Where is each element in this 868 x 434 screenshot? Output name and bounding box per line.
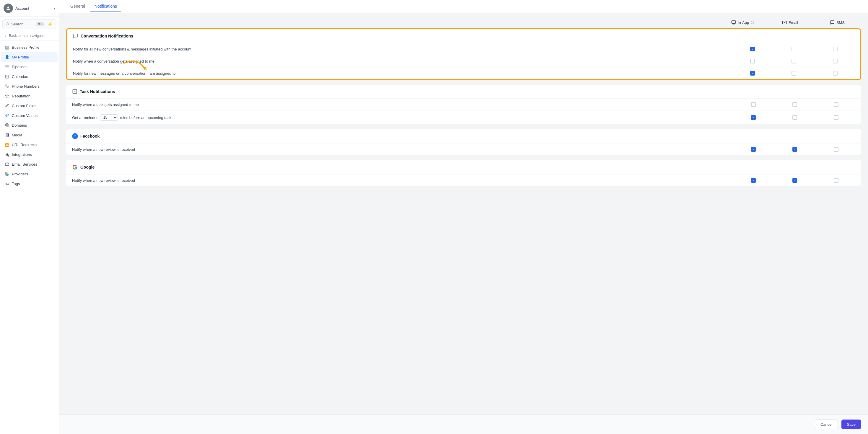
checkbox-convo-3-sms[interactable] [833,71,838,75]
sidebar-item-pipelines[interactable]: Pipelines [1,62,58,71]
checkbox-cell-sms [824,59,847,63]
checkbox-fb-in-app[interactable] [751,147,756,152]
sidebar-item-label: Media [12,133,22,137]
business-profile-icon: 🏢 [5,45,9,50]
sidebar-item-my-profile[interactable]: 👤 My Profile [1,52,58,62]
search-shortcut: ⌘K [36,22,44,26]
media-icon: 🖼 [5,132,9,137]
main-content: General Notifications In-App [59,0,868,434]
sidebar-item-custom-fields[interactable]: Custom Fields [1,101,58,111]
content-area: In-App Email SMS Conversation Notificati… [59,13,868,414]
search-bar[interactable]: Search ⌘K ⚡ [2,19,56,29]
task-icon [72,89,78,94]
notification-label: Notify when a conversation gets assigned… [73,59,741,63]
notification-row: Notify for new messages on a conversatio… [67,67,860,79]
col-header-email-label: Email [788,20,798,25]
google-notifications-section: Google Notify when a new review is recei… [66,160,861,186]
domains-icon [5,123,9,128]
sidebar-item-label: Business Profile [12,45,39,50]
notification-row: Notify when a task gets assigned to me [66,99,861,111]
checkbox-cell-email [783,115,807,120]
checkbox-reminder-email[interactable] [793,115,797,120]
sidebar-item-phone-numbers[interactable]: Phone Numbers [1,82,58,91]
sidebar-item-reputation[interactable]: Reputation [1,91,58,101]
sidebar-item-label: Pipelines [12,65,28,69]
checkbox-fb-email[interactable] [793,147,797,152]
tab-general[interactable]: General [66,1,89,12]
sidebar-item-calendars[interactable]: Calendars [1,72,58,81]
checkbox-convo-3-email[interactable] [792,71,796,75]
checkbox-convo-2-sms[interactable] [833,59,838,63]
checkbox-group [742,147,848,152]
notification-label: Notify when a new review is received [72,147,742,152]
checkbox-convo-3-in-app[interactable] [750,71,755,75]
checkbox-cell-in-app [741,46,764,51]
svg-rect-6 [732,21,735,23]
sidebar-item-label: Providers [12,172,28,176]
sidebar-item-domains[interactable]: Domains [1,120,58,130]
checkbox-convo-1-email[interactable] [792,46,796,51]
sidebar-item-label: Tags [12,182,20,186]
checkbox-task-1-in-app[interactable] [751,102,756,107]
sidebar-item-email-services[interactable]: Email Services [1,159,58,169]
sidebar-item-label: Custom Values [12,113,37,118]
checkbox-cell-email [783,147,807,152]
checkbox-task-1-sms[interactable] [834,102,838,107]
checkbox-cell-in-app [741,71,764,75]
search-label: Search [11,22,23,26]
sidebar-item-providers[interactable]: 🏪 Providers [1,169,58,179]
checkbox-google-sms[interactable] [834,178,838,183]
checkbox-cell-email [782,59,806,63]
sidebar-item-tags[interactable]: 🏷 Tags [1,179,58,188]
sidebar-item-url-redirects[interactable]: 🔀 URL Redirects [1,140,58,149]
custom-fields-icon [5,103,9,108]
facebook-section-header: f Facebook [66,129,861,144]
notification-row: Notify for all new conversations & messa… [67,43,860,55]
checkbox-fb-sms[interactable] [834,147,838,152]
checkbox-group [742,102,848,107]
save-button[interactable]: Save [841,420,861,429]
sidebar-top: Account ▾ [0,0,59,17]
col-header-in-app-label: In-App [738,20,749,25]
checkbox-group [742,178,848,183]
cancel-button[interactable]: Cancel [815,420,838,429]
facebook-icon: f [72,133,78,139]
conversation-icon [73,33,78,39]
tab-notifications[interactable]: Notifications [90,1,121,12]
notification-row: Notify when a conversation gets assigned… [67,55,860,67]
conversation-section-header: Conversation Notifications [67,29,860,43]
checkbox-convo-2-email[interactable] [792,59,796,63]
checkbox-convo-2-in-app[interactable] [750,59,755,63]
sidebar-item-media[interactable]: 🖼 Media [1,130,58,140]
checkbox-cell-email [782,46,806,51]
sidebar-item-label: Calendars [12,74,29,79]
checkbox-convo-1-sms[interactable] [833,46,838,51]
bottom-actions: Cancel Save [59,414,868,434]
sidebar-item-integrations[interactable]: 🔌 Integrations [1,150,58,159]
checkbox-convo-1-in-app[interactable] [750,46,755,51]
sidebar-item-label: Phone Numbers [12,84,39,89]
monitor-icon [731,20,736,25]
integrations-icon: 🔌 [5,152,9,157]
checkbox-cell-in-app [742,102,765,107]
checkbox-cell-sms [824,71,847,75]
checkbox-google-in-app[interactable] [751,178,756,183]
task-section-header: Task Notifications [66,85,861,99]
checkbox-group [741,71,847,75]
sidebar-item-label: My Profile [12,55,29,59]
upgrade-icon: ⚡ [47,21,53,27]
chevron-left-icon [4,34,7,37]
search-icon [6,22,9,26]
sidebar-item-business-profile[interactable]: 🏢 Business Profile [1,42,58,52]
checkbox-google-email[interactable] [793,178,797,183]
facebook-notifications-section: f Facebook Notify when a new review is r… [66,129,861,155]
reminder-select[interactable]: 5 10 15 30 60 [100,114,118,121]
sidebar-item-custom-values[interactable]: 💎 Custom Values [1,111,58,120]
my-profile-icon: 👤 [5,55,9,59]
checkbox-task-1-email[interactable] [793,102,797,107]
checkbox-reminder-in-app[interactable] [751,115,756,120]
checkbox-reminder-sms[interactable] [834,115,838,120]
checkbox-cell-sms [824,46,847,51]
back-to-main-navigation[interactable]: Back to main navigation [0,31,59,40]
notification-label: Notify for new messages on a conversatio… [73,71,741,75]
